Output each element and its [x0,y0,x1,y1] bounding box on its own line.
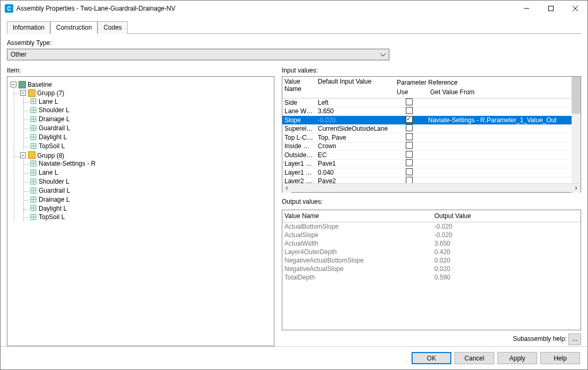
subassembly-icon [30,97,37,105]
close-button[interactable] [563,1,587,16]
checkbox-icon[interactable] [406,159,413,166]
tree-node-leaf[interactable]: TopSoil L [39,213,65,221]
col-output-name[interactable]: Value Name [282,210,432,222]
minimize-button[interactable] [514,1,539,16]
cell-use[interactable] [393,151,426,159]
cell-get-value-from[interactable]: Naviate-Settings - R.Parameter_1_Value_O… [426,116,581,124]
checkbox-icon[interactable] [406,177,413,183]
tree-node-leaf[interactable]: Guardrail L [39,187,70,194]
cell-default-value[interactable]: 3.650 [316,107,393,115]
title-bar: C Assembly Properties - Two-Lane-Guardra… [1,1,587,16]
tree-node-leaf[interactable]: TopSoil L [39,142,65,150]
ok-button[interactable]: OK [412,352,451,364]
tree-node-group[interactable]: Grupp (8) [37,151,64,159]
subassembly-help-label: Subassembly help: [513,335,566,342]
dialog-footer: OK Cancel Apply Help [1,346,587,369]
input-row[interactable]: Layer1 S-...Pave1 [282,160,581,169]
cell-use[interactable] [393,133,426,142]
cell-value-name: Superele... [282,125,316,132]
maximize-button[interactable] [539,1,563,16]
tree-node-leaf[interactable]: Drainage L [39,115,70,123]
input-values-grid[interactable]: Value Name Default Input Value Parameter… [282,76,581,193]
cell-output-name: NegativeActualSlope [282,265,432,273]
col-parameter-reference: Parameter Reference [395,78,578,87]
assembly-type-value: Other [11,51,26,58]
cell-use[interactable] [393,107,426,115]
input-row[interactable]: Superele...CurrentSideOutsideLane [282,125,581,134]
checkbox-icon[interactable] [406,124,413,131]
subassembly-help-button[interactable]: ... [568,333,581,345]
horizontal-scrollbar[interactable]: ‹ › [282,183,581,192]
cell-default-value[interactable]: Left [316,99,393,106]
tree-node-leaf[interactable]: Drainage L [39,196,70,203]
input-row[interactable]: Layer1 D...0.040 [282,168,581,177]
scroll-right-icon[interactable]: › [572,184,581,193]
tree-node-baseline[interactable]: Baseline [28,81,52,88]
col-use[interactable]: Use [395,87,428,97]
input-row[interactable]: Lane Width3.650 [282,107,581,116]
cancel-button[interactable]: Cancel [455,352,494,364]
cell-value-name: Lane Width [282,107,316,115]
assembly-type-combo[interactable]: Other [7,49,389,60]
cell-default-value[interactable]: Crown [316,142,393,150]
cell-default-value[interactable]: 0.040 [316,169,393,176]
cell-use[interactable] [393,177,426,183]
input-row[interactable]: Inside P-...Crown [282,142,581,151]
tree-node-leaf[interactable]: Lane L [39,97,58,105]
output-row: TotalDepth0.590 [282,273,581,282]
col-value-name[interactable]: Value Name [282,77,316,98]
cell-output-value: 0.020 [432,265,581,273]
checkbox-icon[interactable] [406,116,413,123]
apply-button[interactable]: Apply [497,352,537,364]
scroll-left-icon[interactable]: ‹ [282,184,291,193]
tree-toggle[interactable]: − [20,152,26,158]
help-button[interactable]: Help [540,352,580,364]
tree-node-leaf[interactable]: Shoulder L [39,106,69,114]
cell-use[interactable] [393,142,426,150]
vertical-scrollbar[interactable] [572,77,581,183]
col-get-value-from[interactable]: Get Value From [428,87,578,97]
cell-default-value[interactable]: Pave1 [316,160,393,167]
tab-codes[interactable]: Codes [97,21,128,34]
input-row[interactable]: Top L-CodeTop, Pave [282,133,581,142]
cell-default-value[interactable]: -0.020 [316,116,393,124]
cell-output-name: Layer4OuterDepth [282,248,432,256]
cell-use[interactable] [393,168,426,177]
checkbox-icon[interactable] [406,168,413,175]
tree-toggle[interactable]: − [11,82,16,87]
output-values-grid[interactable]: Value Name Output Value ActualBottomSlop… [282,210,581,330]
input-row[interactable]: Outside P...EC [282,151,581,160]
cell-use[interactable] [393,124,426,133]
checkbox-icon[interactable] [406,142,413,149]
tree-node-leaf[interactable]: Naviate-Settings - R [39,160,95,167]
checkbox-icon[interactable] [406,133,413,140]
tab-construction[interactable]: Construction [50,21,97,34]
tree-node-leaf[interactable]: Guardrail L [39,124,70,132]
cell-output-name: ActualSlope [282,231,432,239]
cell-default-value[interactable]: CurrentSideOutsideLane [316,125,393,132]
cell-default-value[interactable]: EC [316,151,393,159]
input-row[interactable]: Layer2 S-...Pave2 [282,177,581,184]
tree-toggle[interactable]: − [20,90,26,96]
cell-use[interactable] [393,116,426,124]
item-tree[interactable]: −Baseline−Grupp (7)Lane LShoulder LDrain… [7,76,274,346]
tree-node-leaf[interactable]: Shoulder L [39,178,69,185]
checkbox-icon[interactable] [406,98,413,105]
checkbox-icon[interactable] [406,107,413,114]
cell-default-value[interactable]: Pave2 [316,177,393,183]
output-values-label: Output values: [282,198,581,205]
cell-use[interactable] [393,98,426,107]
checkbox-icon[interactable] [406,151,413,158]
tree-node-leaf[interactable]: Daylight L [39,204,67,212]
tree-node-leaf[interactable]: Lane L [39,169,58,176]
input-row[interactable]: Slope-0.020Naviate-Settings - R.Paramete… [282,116,581,125]
input-row[interactable]: SideLeft [282,98,581,107]
tree-node-group[interactable]: Grupp (7) [37,89,64,97]
cell-default-value[interactable]: Top, Pave [316,134,393,141]
tree-node-leaf[interactable]: Daylight L [39,133,67,141]
col-output-value[interactable]: Output Value [432,210,581,222]
col-default-input[interactable]: Default Input Value [316,77,393,98]
subassembly-icon [30,160,37,167]
tab-information[interactable]: Information [7,21,50,34]
cell-use[interactable] [393,159,426,168]
